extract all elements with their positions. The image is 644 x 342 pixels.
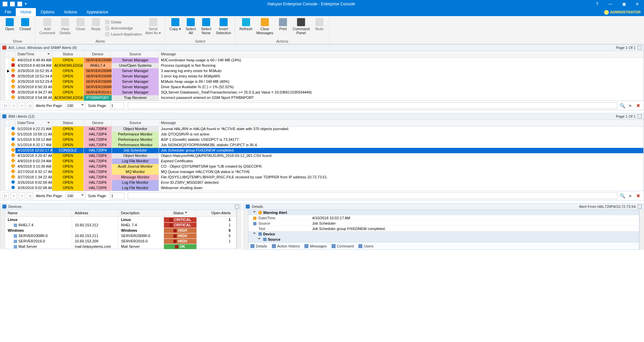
col-device[interactable]: Device [84,51,112,57]
menu-file[interactable]: File [0,8,16,16]
device-row[interactable]: SERVER2016-010.60.153.209SERVER2016-0HIG… [5,238,236,243]
open-button[interactable]: Open [2,17,17,39]
col-datetime[interactable]: Date/Time [15,51,52,57]
table-row[interactable]: 3/29/2018 10:52:29 AMOPENSERVER2008R-0Se… [5,79,644,84]
menu-home[interactable]: Home [16,8,36,16]
tab-messages[interactable]: Messages [304,244,327,248]
panel2-left-scroll[interactable] [0,120,5,191]
table-row[interactable]: 4/9/2018 6:02:24 AMOPENHAL720P4Log File … [5,159,644,164]
panel2-collapse[interactable] [638,114,642,118]
reply-button[interactable]: Reply [88,17,104,39]
table-row[interactable]: ▶3/29/2018 10:52:35 AMOPENSERVER2008R-0S… [5,68,644,74]
table-row[interactable]: 3/29/2018 6:50:33 AMOPENSERVER2008R-0Ser… [5,84,644,90]
table-row[interactable]: 3/27/2018 1:34:22 AMOPENHAL720P4Message … [5,175,644,180]
view-details-button[interactable]: ViewDetails [57,17,73,39]
tab-action-history[interactable]: Action History [272,244,300,248]
col-datetime[interactable]: Date/Time [15,120,52,126]
devices-collapse[interactable] [235,205,239,209]
minimize-button[interactable]: — [604,0,617,8]
menu-options[interactable]: Options [36,8,59,16]
search-icon[interactable]: 🔍 [619,192,626,199]
table-row[interactable]: 3/29/2018 10:52:34 AMOPENSERVER2008R-0Se… [5,74,644,79]
closed-button[interactable]: Closed [17,17,33,39]
table-row[interactable]: 5/1/2018 9:28:12 AMOPENHAL720P4Performan… [5,137,644,142]
launch-app-button[interactable]: Launch Application [104,31,143,37]
details-section-device[interactable]: Device [248,231,639,237]
table-row[interactable]: 4/10/2018 3:20:47 AMOPENHAL720P4Object M… [5,153,644,159]
close-button[interactable]: ✕ [631,0,644,8]
panel1-collapse[interactable] [638,46,642,50]
tab-details[interactable]: Details [250,244,267,248]
add-comment-button[interactable]: AddComment [37,17,57,39]
warn-icon [11,79,15,83]
filter-input[interactable] [128,102,618,109]
pager-last[interactable]: >| [26,102,33,109]
command-panel-button[interactable]: CommandPanel [291,17,312,39]
menu-actions[interactable]: Actions [59,8,82,16]
print-button[interactable]: Print [275,17,291,39]
next-result-icon[interactable]: ➤ [627,192,634,199]
clear-filter-icon[interactable]: ✖ [635,192,642,199]
panel1-page: Page 1 Of 1 [616,46,636,50]
menu-appearance[interactable]: Appearance [82,8,113,16]
acknowledge-button[interactable]: Acknowledge [104,25,143,31]
next-result-icon[interactable]: ➤ [627,102,634,109]
device-row[interactable]: RHEL7.410.60.153.212RHEL 7.4CRITICAL1 [5,222,236,227]
details-section-source[interactable]: Source [248,237,639,242]
table-row[interactable]: 3/26/2018 3:54:08 AMACKNOWLEDGEDPTRBNPOR… [5,95,644,101]
table-row[interactable]: 3/26/2018 9:02:09 AMOPENHAL720P6Log File… [5,180,644,185]
warn-icon [11,164,15,168]
clear-filter-icon[interactable]: ✖ [635,102,642,109]
select-all-button[interactable]: SelectAll [183,17,198,39]
select-none-button[interactable]: SelectNone [198,17,214,39]
current-user[interactable]: ADMINISTRATOR [601,8,644,16]
table-row[interactable]: 5/1/2018 10:58:11 AMOPENHAL720P4Performa… [5,132,644,137]
pager-first[interactable]: |< [2,102,9,109]
send-alert-button[interactable]: SendAlert As ▾ [143,17,163,39]
table-row[interactable]: 4/6/2018 3:15:38 AMOPENHAL720P6Audit Jou… [5,164,644,169]
table-row[interactable]: 3/27/2018 8:32:17 AMOPENHAL720P4MQ Monit… [5,169,644,175]
goto-page-input[interactable] [110,102,124,109]
col-status[interactable]: Status [52,51,84,57]
panel1-header: AIX, Linux, Windows and SNMP Alerts (8) … [0,44,644,51]
stop-icon [11,63,15,67]
close-alert-button[interactable]: Close [73,17,88,39]
maximize-button[interactable]: ▣ [617,0,631,8]
ribbon: Open Closed Show AddComment ViewDetails … [0,16,644,44]
table-row[interactable]: 5/1/2018 8:32:17 AMOPENHAL720P4Performan… [5,142,644,148]
device-row[interactable]: Mail Servermail.helpsystems.comMail Serv… [5,243,236,249]
mute-button[interactable]: Mute [312,17,327,39]
search-icon[interactable]: 🔍 [619,102,626,109]
table-row[interactable]: 4/3/2018 8:40:04 AMACKNOWLEDGEDRHEL7.4Un… [5,63,644,68]
table-row[interactable]: ▶4/10/2018 10:02:17 AMCONSOLEHAL720P4Job… [5,148,644,153]
invert-selection-button[interactable]: InvertSelection [214,17,233,39]
details-section-warning[interactable]: Warning Alert [248,210,639,215]
copy-button[interactable]: Copy ▾ [167,17,183,39]
table-row[interactable]: 4/6/2018 8:48:49 AMOPENSERVER2008R-0Serv… [5,58,644,63]
table-row[interactable]: 5/2/2018 9:22:21 AMOPENHAL720P4Object Mo… [5,126,644,132]
device-row[interactable]: SERVER2008R-010.60.153.211SERVER2008R-0H… [5,233,236,238]
warn-icon [11,175,15,179]
panel1-left-scroll[interactable] [0,51,5,101]
pager-next[interactable]: > [18,102,25,109]
help-icon[interactable]: ? [590,0,604,8]
history-tab-icon [272,244,276,248]
tab-users[interactable]: Users [358,244,373,248]
table-row[interactable]: 3/29/2018 4:34:27 AMOPENSERVER2016-0Serv… [5,90,644,95]
device-row[interactable]: WindowsWindowsHIGH6 [5,227,236,233]
refresh-button[interactable]: Refresh [237,17,254,39]
pager-prev[interactable]: < [10,102,17,109]
col-source[interactable]: Source [112,51,159,57]
table-row[interactable]: 3/26/2018 9:02:08 AMOPENHAL720P6Log File… [5,185,644,191]
warn-icon [11,169,15,174]
device-row[interactable]: LinuxLinuxCRITICAL1 [5,217,236,222]
detail-source: SourceJob Scheduler [248,221,639,226]
gear-icon [253,222,256,225]
details-collapse[interactable] [638,205,642,209]
delete-button[interactable]: Delete [104,19,143,25]
per-page-combo[interactable]: 100 [65,102,85,109]
clear-messages-button[interactable]: ClearMessages [254,17,275,39]
tab-command[interactable]: Command [332,244,354,248]
panel2-title: IBM i Alerts (12) [8,114,35,118]
col-message[interactable]: Message [159,51,644,57]
